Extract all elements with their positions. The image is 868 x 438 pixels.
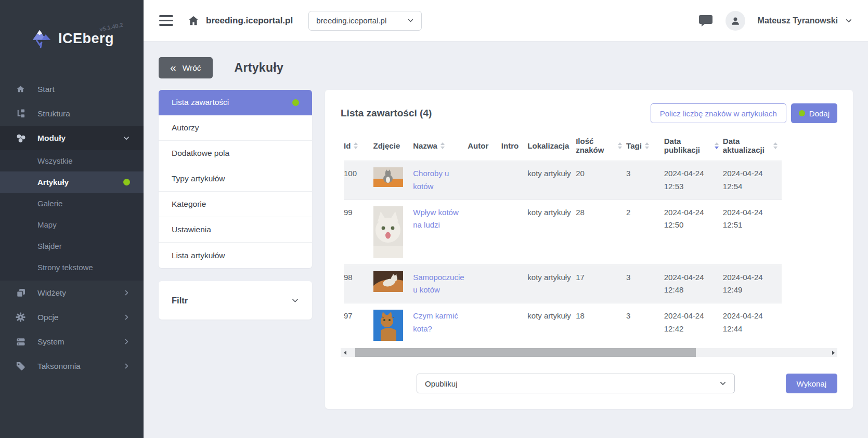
module-menu-item-ustawienia[interactable]: Ustawienia (159, 217, 312, 243)
sidebar-item-opcje[interactable]: Opcje (0, 305, 144, 329)
module-menu-item-lista-artykulow[interactable]: Lista artykułów (159, 243, 312, 268)
person-icon (730, 15, 741, 26)
column-header-data-aktualizacji[interactable]: Data aktualizacji (723, 134, 782, 161)
article-link[interactable]: Wpływ kotów na ludzi (413, 208, 459, 230)
cell-name: Choroby u kotów (413, 161, 468, 200)
home-icon (16, 85, 26, 94)
module-menu-item-lista-zawartosci[interactable]: Lista zawartości (159, 90, 312, 115)
sidebar-item-system[interactable]: System (0, 329, 144, 354)
sidebar-item-start[interactable]: Start (0, 77, 144, 101)
module-menu-item-kategorie[interactable]: Kategorie (159, 192, 312, 217)
modules-icon (16, 133, 26, 143)
article-thumbnail (373, 310, 403, 341)
module-menu-column: Lista zawartości Autorzy Dodatkowe pola … (159, 90, 312, 320)
module-menu-item-autorzy[interactable]: Autorzy (159, 115, 312, 141)
add-button-label: Dodaj (809, 109, 830, 118)
cell-published: 2024-04-24 12:48 (664, 264, 723, 303)
submenu-item-mapy[interactable]: Mapy (0, 214, 144, 235)
modules-submenu: Wszystkie Artykuły Galerie Mapy Slajder … (0, 150, 144, 281)
submenu-item-strony-tekstowe[interactable]: Strony tekstowe (0, 257, 144, 278)
submenu-item-slajder[interactable]: Slajder (0, 235, 144, 257)
horizontal-scrollbar[interactable] (341, 348, 837, 357)
column-header-autor: Autor (468, 134, 501, 161)
article-link[interactable]: Czym karmić kota? (413, 311, 458, 333)
cell-chars: 28 (576, 200, 626, 264)
back-button[interactable]: « Wróć (159, 57, 213, 78)
user-name: Mateusz Tyranowski (758, 16, 838, 25)
submenu-item-wszystkie[interactable]: Wszystkie (0, 150, 144, 171)
submenu-item-artykuly[interactable]: Artykuły (0, 171, 144, 193)
sort-arrows-icon (715, 142, 719, 149)
cell-name: Samopoczucie u kotów (413, 264, 468, 303)
page-title: Artykuły (235, 61, 283, 75)
module-menu-item-dodatkowe-pola[interactable]: Dodatkowe pola (159, 141, 312, 166)
cell-intro (501, 161, 527, 200)
module-menu-item-label: Lista artykułów (172, 251, 225, 260)
submenu-item-label: Galerie (37, 199, 62, 208)
count-characters-button[interactable]: Policz liczbę znaków w artykułach (651, 103, 786, 123)
column-label: Autor (468, 141, 488, 150)
cell-author (468, 200, 501, 264)
avatar[interactable] (726, 11, 745, 31)
sidebar-item-label: Start (37, 85, 55, 94)
cell-chars: 17 (576, 264, 626, 303)
cell-updated: 2024-04-24 12:54 (723, 161, 782, 200)
scrollbar-track[interactable] (349, 348, 829, 357)
column-label: Intro (501, 141, 519, 150)
column-header-lokalizacja: Lokalizacja (527, 134, 576, 161)
cell-tags: 3 (626, 303, 664, 348)
module-menu-item-typy-artykulow[interactable]: Typy artykułów (159, 166, 312, 192)
gear-icon (16, 312, 26, 322)
user-menu[interactable]: Mateusz Tyranowski (758, 16, 852, 25)
column-label: Id (344, 141, 351, 150)
sidebar-item-taksonomia[interactable]: Taksonomia (0, 354, 144, 378)
submenu-item-galerie[interactable]: Galerie (0, 193, 144, 214)
scroll-right-arrow-icon[interactable] (829, 348, 837, 357)
chevron-down-icon (407, 17, 414, 24)
column-header-ilosc-znakow[interactable]: Ilość znaków (576, 134, 626, 161)
sidebar-item-struktura[interactable]: Struktura (0, 101, 144, 126)
table-header-row: Id Zdjęcie Nazwa Autor Intro Lokalizacja… (344, 134, 782, 161)
logo-mountain-icon (30, 27, 54, 50)
article-link[interactable]: Choroby u kotów (413, 169, 449, 191)
module-menu-item-label: Ustawienia (172, 225, 211, 234)
server-icon (16, 337, 26, 347)
cell-intro (501, 200, 527, 264)
cell-published: 2024-04-24 12:53 (664, 161, 723, 200)
module-menu-item-label: Autorzy (172, 123, 199, 132)
article-link[interactable]: Samopoczucie u kotów (413, 273, 464, 295)
home-icon[interactable] (188, 16, 199, 26)
filter-panel-toggle[interactable]: Filtr (159, 281, 312, 320)
add-button[interactable]: Dodaj (791, 103, 837, 123)
sort-arrows-icon (645, 142, 649, 149)
column-header-intro: Intro (501, 134, 527, 161)
sidebar-item-label: Opcje (37, 313, 59, 322)
module-menu-item-label: Lista zawartości (172, 98, 229, 107)
column-header-nazwa[interactable]: Nazwa (413, 134, 468, 161)
column-header-data-publikacji[interactable]: Data publikacji (664, 134, 723, 161)
logo[interactable]: ICEberg v5.1.40.2 (0, 0, 144, 77)
module-menu-item-label: Typy artykułów (172, 174, 225, 183)
sidebar-item-widzety[interactable]: Widżety (0, 281, 144, 305)
content-title: Lista zawartości (4) (341, 108, 432, 119)
scroll-left-arrow-icon[interactable] (341, 348, 349, 357)
scrollbar-thumb[interactable] (355, 348, 696, 357)
article-thumbnail (373, 167, 403, 187)
chevron-down-icon (123, 135, 130, 142)
bulk-action-select[interactable]: Opublikuj (417, 374, 735, 393)
cell-id: 98 (344, 264, 373, 303)
topbar: breeding.iceportal.pl breeding.iceportal… (144, 0, 868, 42)
execute-button[interactable]: Wykonaj (786, 374, 837, 393)
hamburger-menu-icon[interactable] (159, 15, 173, 26)
site-name[interactable]: breeding.iceportal.pl (206, 16, 293, 26)
cell-chars: 18 (576, 303, 626, 348)
site-selector[interactable]: breeding.iceportal.pl (308, 11, 422, 31)
column-header-id[interactable]: Id (344, 134, 373, 161)
chat-icon[interactable] (698, 14, 713, 28)
cell-tags: 2 (626, 200, 664, 264)
cell-id: 100 (344, 161, 373, 200)
chevron-right-icon (123, 314, 130, 321)
main-area: breeding.iceportal.pl breeding.iceportal… (144, 0, 868, 438)
column-header-tagi[interactable]: Tagi (626, 134, 664, 161)
sidebar-item-moduly[interactable]: Moduły (0, 126, 144, 150)
